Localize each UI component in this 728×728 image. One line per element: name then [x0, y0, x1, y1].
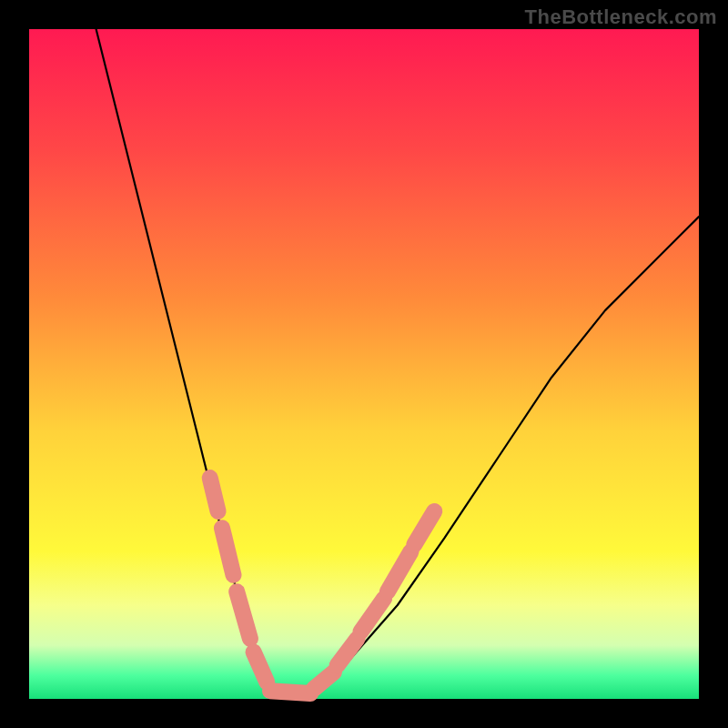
chart-frame: TheBottleneck.com: [0, 0, 728, 728]
highlight-segment: [222, 528, 234, 575]
chart-svg: [0, 0, 728, 728]
plot-area: [29, 29, 699, 699]
watermark-text: TheBottleneck.com: [525, 5, 717, 29]
highlight-segment: [270, 691, 310, 693]
highlight-segment: [210, 478, 218, 511]
